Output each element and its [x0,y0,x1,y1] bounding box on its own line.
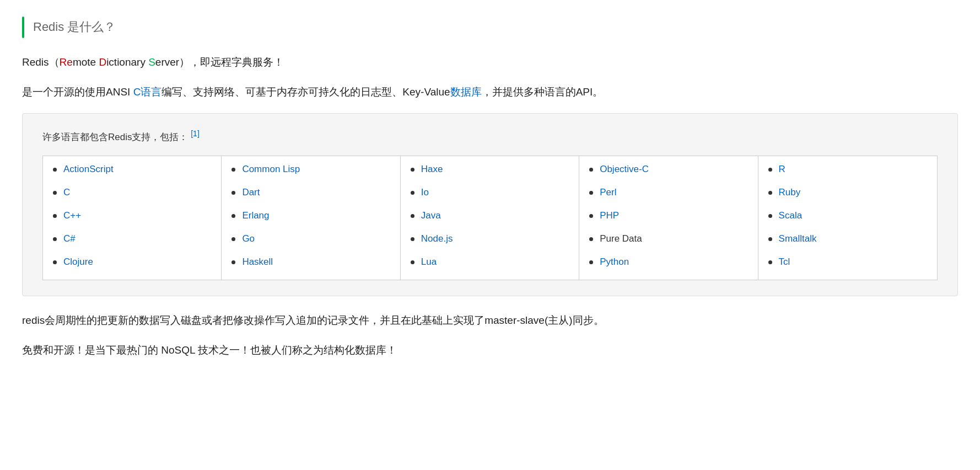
lang-r-link[interactable]: R [779,164,785,175]
bullet-icon [231,191,235,195]
erver-text: erver），即远程字典服务！ [155,56,284,68]
list-item: R [768,164,927,175]
lang-java-link[interactable]: Java [421,210,441,221]
languages-grid: ActionScript C C++ C# Clojure [42,156,938,280]
lang-haskell-link[interactable]: Haskell [242,257,273,268]
lang-erlang-link[interactable]: Erlang [242,210,269,221]
master-slave-paragraph: redis会周期性的把更新的数据写入磁盘或者把修改操作写入追加的记录文件，并且在… [22,312,958,329]
lang-cpp-link[interactable]: C++ [63,210,81,221]
list-item: Ruby [768,187,927,198]
bullet-icon [768,191,772,195]
bullet-icon [589,214,593,218]
intro-paragraph: Redis（Remote Dictionary Server），即远程字典服务！ [22,54,958,71]
bullet-icon [411,237,414,241]
bullet-icon [589,237,593,241]
list-item: Lua [411,257,569,268]
languages-header-text: 许多语言都包含Redis支持，包括： [42,132,188,142]
lang-python-link[interactable]: Python [600,257,629,268]
bullet-icon [231,214,235,218]
open-source-text-after: ，并提供多种语言的API。 [482,86,604,98]
list-item: Io [411,187,569,198]
bullet-icon [768,168,772,172]
bullet-icon [411,191,414,195]
lang-scala-link[interactable]: Scala [779,210,803,221]
lang-nodejs-link[interactable]: Node.js [421,233,453,244]
database-link[interactable]: 数据库 [450,86,482,98]
list-item: Erlang [231,210,390,221]
ictionary-text: ictionary [106,56,148,68]
list-item: Node.js [411,233,569,244]
bullet-icon [589,191,593,195]
intro-prefix: Redis（ [22,56,60,68]
list-item: Clojure [53,257,211,268]
s-text: S [148,56,155,68]
languages-header: 许多语言都包含Redis支持，包括： [1] [42,129,938,143]
list-item: Python [589,257,747,268]
bullet-icon [768,237,772,241]
bullet-icon [589,168,593,172]
bullet-icon [768,214,772,218]
list-item: PHP [589,210,747,221]
lang-perl-link[interactable]: Perl [600,187,616,198]
lang-dart-link[interactable]: Dart [242,187,260,198]
lang-clojure-link[interactable]: Clojure [63,257,93,268]
list-item: Dart [231,187,390,198]
bullet-icon [53,237,57,241]
list-item: C++ [53,210,211,221]
nosql-paragraph: 免费和开源！是当下最热门的 NoSQL 技术之一！也被人们称之为结构化数据库！ [22,341,958,359]
list-item: Haxe [411,164,569,175]
list-item: Haskell [231,257,390,268]
lang-php-link[interactable]: PHP [600,210,619,221]
bullet-icon [411,214,414,218]
list-item: C# [53,233,211,244]
list-item: Scala [768,210,927,221]
lang-column-4: Objective-C Perl PHP Pure Data Python [579,156,758,280]
list-item: Objective-C [589,164,747,175]
lang-tcl-link[interactable]: Tcl [779,257,790,268]
bullet-icon [53,168,57,172]
lang-column-5: R Ruby Scala Smalltalk Tcl [758,156,937,280]
heading-bar [22,17,24,38]
list-item: ActionScript [53,164,211,175]
list-item: Tcl [768,257,927,268]
lang-lua-link[interactable]: Lua [421,257,437,268]
bullet-icon [53,260,57,264]
bullet-icon [231,260,235,264]
bullet-icon [411,168,414,172]
lang-c-link[interactable]: C [63,187,70,198]
open-source-text-middle: 编写、支持网络、可基于内存亦可持久化的日志型、Key-Value [161,86,450,98]
list-item: Smalltalk [768,233,927,244]
bullet-icon [411,260,414,264]
lang-puredata-text: Pure Data [600,233,642,244]
bullet-icon [231,168,235,172]
c-language-link[interactable]: C语言 [133,86,162,98]
lang-io-link[interactable]: Io [421,187,429,198]
lang-objectivec-link[interactable]: Objective-C [600,164,649,175]
reference-link[interactable]: [1] [191,129,200,138]
heading-title: Redis 是什么？ [33,17,116,38]
open-source-paragraph: 是一个开源的使用ANSI C语言编写、支持网络、可基于内存亦可持久化的日志型、K… [22,83,958,101]
lang-column-2: Common Lisp Dart Erlang Go Haskell [222,156,400,280]
list-item: Java [411,210,569,221]
lang-haxe-link[interactable]: Haxe [421,164,443,175]
languages-box: 许多语言都包含Redis支持，包括： [1] ActionScript C C+… [22,113,958,296]
lang-column-3: Haxe Io Java Node.js Lua [401,156,579,280]
re-text: Re [60,56,73,68]
bullet-icon [231,237,235,241]
list-item: Perl [589,187,747,198]
list-item: Common Lisp [231,164,390,175]
lang-smalltalk-link[interactable]: Smalltalk [779,233,817,244]
list-item: C [53,187,211,198]
bullet-icon [53,214,57,218]
lang-commonlisp-link[interactable]: Common Lisp [242,164,300,175]
lang-csharp-link[interactable]: C# [63,233,76,244]
bullet-icon [768,260,772,264]
lang-actionscript-link[interactable]: ActionScript [63,164,114,175]
lang-ruby-link[interactable]: Ruby [779,187,801,198]
list-item: Go [231,233,390,244]
list-item: Pure Data [589,233,747,244]
mote-text: mote [73,56,99,68]
heading-section: Redis 是什么？ [22,17,958,38]
bullet-icon [589,260,593,264]
lang-go-link[interactable]: Go [242,233,255,244]
